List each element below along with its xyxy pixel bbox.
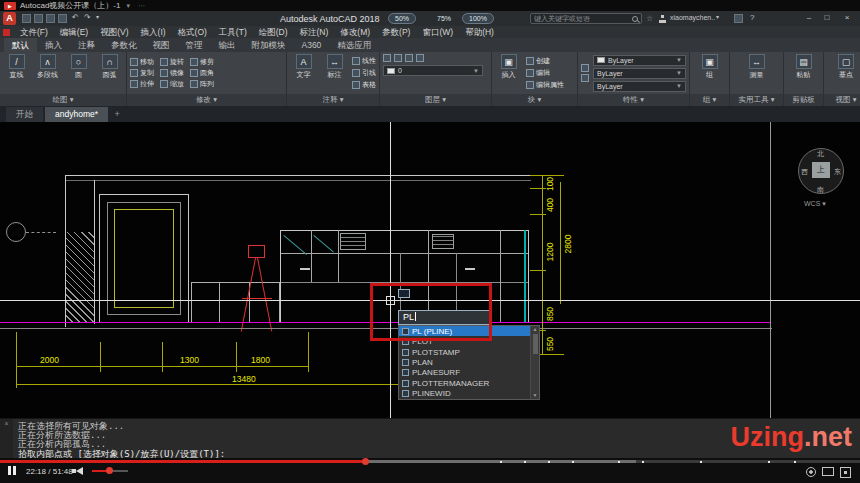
rotate-button[interactable]: 旋转 bbox=[160, 57, 184, 67]
pause-icon[interactable] bbox=[13, 466, 16, 475]
wcs-dropdown[interactable]: WCS ▾ bbox=[804, 200, 826, 208]
new-button[interactable] bbox=[22, 14, 31, 23]
fillet-button[interactable]: 圆角 bbox=[190, 68, 214, 78]
zoom-50-button[interactable]: 50% bbox=[388, 13, 416, 24]
tab-addins[interactable]: 附加模块 bbox=[244, 38, 294, 52]
user-name[interactable]: xiaomaychen.. bbox=[670, 14, 715, 21]
menu-window[interactable]: 窗口(W) bbox=[416, 26, 459, 38]
command-window-close-icon[interactable]: × bbox=[0, 419, 13, 459]
panel-label-group[interactable]: 组 ▾ bbox=[690, 94, 729, 106]
move-button[interactable]: 移动 bbox=[130, 57, 154, 67]
tab-featured-apps[interactable]: 精选应用 bbox=[329, 38, 379, 52]
pause-icon[interactable] bbox=[8, 466, 11, 475]
linetype-dropdown[interactable]: ByLayer▼ bbox=[593, 81, 686, 92]
fullscreen-icon[interactable] bbox=[840, 467, 851, 478]
tab-manage[interactable]: 管理 bbox=[178, 38, 211, 52]
scroll-up-icon[interactable]: ▲ bbox=[531, 326, 539, 333]
array-button[interactable]: 阵列 bbox=[190, 79, 214, 89]
table-button[interactable]: 表格 bbox=[352, 80, 376, 90]
layer-properties-icon[interactable] bbox=[383, 54, 391, 62]
minimize-button[interactable]: – bbox=[802, 13, 816, 22]
viewcube[interactable]: 北 西 东 南 上 WCS ▾ bbox=[796, 146, 848, 212]
menu-edit[interactable]: 编辑(E) bbox=[54, 26, 94, 38]
settings-gear-icon[interactable] bbox=[806, 467, 816, 477]
circle-button[interactable]: ○圆 bbox=[65, 54, 92, 92]
panel-label-block[interactable]: 块 ▾ bbox=[492, 94, 577, 106]
suggestion-plotstamp[interactable]: PLOTSTAMP bbox=[399, 347, 530, 357]
measure-button[interactable]: ↔测量 bbox=[743, 54, 770, 92]
player-more-icon[interactable]: ⋯ bbox=[136, 2, 147, 10]
match-properties-icon[interactable] bbox=[581, 64, 589, 72]
create-block-button[interactable]: 创建 bbox=[526, 56, 564, 66]
undo-button[interactable]: ↶ bbox=[72, 13, 79, 22]
tab-start[interactable]: 开始 bbox=[6, 107, 43, 122]
dimension-button[interactable]: ↔标注 bbox=[321, 54, 348, 92]
suggestion-plinewid[interactable]: PLINEWID bbox=[399, 389, 530, 399]
lineweight-dropdown[interactable]: ByLayer▼ bbox=[593, 68, 686, 79]
suggestion-plan[interactable]: PLAN bbox=[399, 357, 530, 367]
user-dropdown-icon[interactable]: ▾ bbox=[716, 13, 719, 20]
layer-lock-icon[interactable] bbox=[416, 54, 424, 62]
base-button[interactable]: ▢基点 bbox=[833, 54, 860, 92]
popup-scrollbar[interactable]: ▲ ▼ bbox=[530, 326, 539, 399]
tab-a360[interactable]: A360 bbox=[294, 38, 330, 52]
zoom-100-button[interactable]: 100% bbox=[462, 13, 494, 24]
group-button[interactable]: ▣组 bbox=[696, 54, 723, 92]
edit-attributes-button[interactable]: 编辑属性 bbox=[526, 80, 564, 90]
panel-label-clipboard[interactable]: 剪贴板 bbox=[784, 94, 823, 106]
panel-label-draw[interactable]: 绘图 ▾ bbox=[0, 94, 126, 106]
zoom-75-button[interactable]: 75% bbox=[430, 13, 458, 24]
viewcube-east[interactable]: 东 bbox=[834, 167, 841, 177]
suggestion-planesurf[interactable]: PLANESURF bbox=[399, 368, 530, 378]
drawing-canvas[interactable]: 100 400 1200 2800 850 550 2000 1300 1800… bbox=[0, 122, 860, 418]
panel-label-annotate[interactable]: 注释 ▾ bbox=[287, 94, 379, 106]
menu-modify[interactable]: 修改(M) bbox=[334, 26, 376, 38]
menu-view[interactable]: 视图(V) bbox=[94, 26, 134, 38]
panel-label-utilities[interactable]: 实用工具 ▾ bbox=[730, 94, 783, 106]
copy-button[interactable]: 复制 bbox=[130, 68, 154, 78]
menu-parametric[interactable]: 参数(P) bbox=[376, 26, 416, 38]
panel-label-layers[interactable]: 图层 ▾ bbox=[380, 94, 491, 106]
text-button[interactable]: A文字 bbox=[290, 54, 317, 92]
scrollbar-thumb[interactable] bbox=[533, 334, 538, 354]
open-button[interactable] bbox=[34, 14, 43, 23]
tab-insert[interactable]: 插入 bbox=[37, 38, 70, 52]
properties-icon[interactable] bbox=[581, 74, 589, 82]
viewcube-south[interactable]: 南 bbox=[817, 185, 824, 195]
menu-dimension[interactable]: 标注(N) bbox=[294, 26, 335, 38]
trim-button[interactable]: 修剪 bbox=[190, 57, 214, 67]
tab-drawing[interactable]: andyhome* bbox=[45, 107, 108, 122]
volume-handle[interactable] bbox=[106, 467, 113, 474]
viewcube-top[interactable]: 上 bbox=[812, 162, 830, 178]
linear-button[interactable]: 线性 bbox=[352, 56, 376, 66]
viewcube-north[interactable]: 北 bbox=[817, 149, 824, 159]
paste-button[interactable]: ▤粘贴 bbox=[790, 54, 817, 92]
tab-view[interactable]: 视图 bbox=[145, 38, 178, 52]
polyline-button[interactable]: ʌ多段线 bbox=[34, 54, 61, 92]
menu-insert[interactable]: 插入(I) bbox=[135, 26, 172, 38]
a360-icon[interactable] bbox=[734, 14, 743, 23]
mirror-button[interactable]: 镜像 bbox=[160, 68, 184, 78]
theater-mode-icon[interactable] bbox=[822, 467, 834, 476]
layer-dropdown[interactable]: 0 ▼ bbox=[383, 65, 483, 76]
stretch-button[interactable]: 拉伸 bbox=[130, 79, 154, 89]
panel-label-modify[interactable]: 修改 ▾ bbox=[127, 94, 286, 106]
new-drawing-tab-button[interactable]: + bbox=[110, 108, 124, 122]
line-button[interactable]: /直线 bbox=[3, 54, 30, 92]
help-icon[interactable]: ? bbox=[750, 13, 754, 22]
arc-button[interactable]: ∩圆弧 bbox=[96, 54, 123, 92]
search-icon[interactable] bbox=[632, 16, 638, 22]
menu-file[interactable]: 文件(F) bbox=[14, 26, 54, 38]
maximize-button[interactable]: □ bbox=[820, 13, 834, 22]
menu-draw[interactable]: 绘图(D) bbox=[253, 26, 294, 38]
suggestion-plottermanager[interactable]: PLOTTERMANAGER bbox=[399, 378, 530, 388]
close-button[interactable]: × bbox=[840, 13, 854, 22]
menu-format[interactable]: 格式(O) bbox=[172, 26, 213, 38]
menu-tools[interactable]: 工具(T) bbox=[213, 26, 253, 38]
insert-block-button[interactable]: ▣插入 bbox=[495, 54, 522, 92]
seek-handle[interactable] bbox=[362, 458, 369, 465]
favorites-icon[interactable]: ☆ bbox=[646, 14, 653, 23]
search-input[interactable]: 键入关键字或短语 bbox=[530, 13, 642, 24]
scroll-down-icon[interactable]: ▼ bbox=[531, 392, 539, 399]
tab-output[interactable]: 输出 bbox=[211, 38, 244, 52]
